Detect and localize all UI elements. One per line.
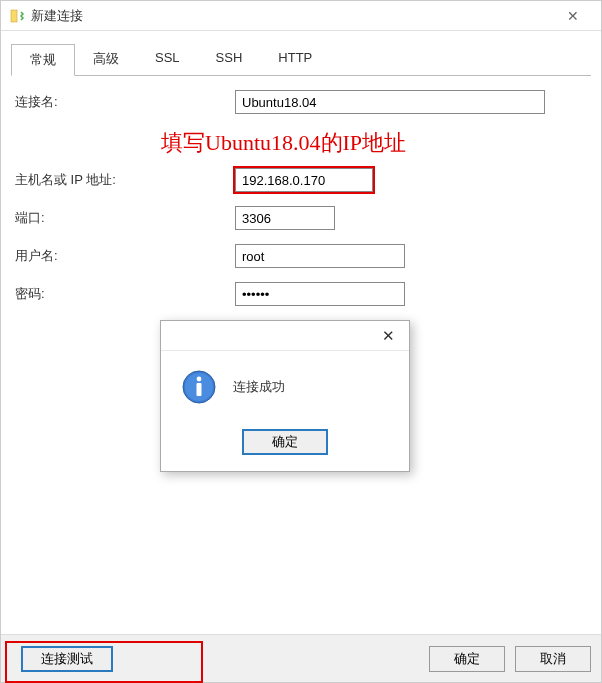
row-username: 用户名: xyxy=(11,244,591,268)
test-connection-button[interactable]: 连接测试 xyxy=(21,646,113,672)
window-title: 新建连接 xyxy=(31,7,553,25)
password-label: 密码: xyxy=(15,285,235,303)
username-label: 用户名: xyxy=(15,247,235,265)
dialog-footer: 确定 xyxy=(161,423,409,471)
dialog-message: 连接成功 xyxy=(233,378,285,396)
host-label: 主机名或 IP 地址: xyxy=(15,171,235,189)
cancel-button[interactable]: 取消 xyxy=(515,646,591,672)
svg-rect-0 xyxy=(11,10,17,22)
port-label: 端口: xyxy=(15,209,235,227)
host-input[interactable] xyxy=(235,168,373,192)
connection-name-label: 连接名: xyxy=(15,93,235,111)
row-host: 主机名或 IP 地址: xyxy=(11,168,591,192)
close-icon[interactable]: ✕ xyxy=(553,2,593,30)
success-dialog: ✕ 连接成功 确定 xyxy=(160,320,410,472)
titlebar: 新建连接 ✕ xyxy=(1,1,601,31)
tab-ssl[interactable]: SSL xyxy=(137,44,198,76)
dialog-body: 连接成功 xyxy=(161,351,409,423)
row-password: 密码: xyxy=(11,282,591,306)
tab-general[interactable]: 常规 xyxy=(11,44,75,76)
svg-rect-4 xyxy=(197,383,202,396)
dialog-close-icon[interactable]: ✕ xyxy=(373,323,403,349)
dialog-ok-button[interactable]: 确定 xyxy=(242,429,328,455)
tab-advanced[interactable]: 高级 xyxy=(75,44,137,76)
tabs-bar: 常规 高级 SSL SSH HTTP xyxy=(11,43,591,76)
annotation-text: 填写Ubuntu18.04的IP地址 xyxy=(161,128,591,158)
tab-ssh[interactable]: SSH xyxy=(198,44,261,76)
ok-button[interactable]: 确定 xyxy=(429,646,505,672)
svg-point-3 xyxy=(197,377,202,382)
tab-http[interactable]: HTTP xyxy=(260,44,330,76)
dialog-titlebar: ✕ xyxy=(161,321,409,351)
connection-name-input[interactable] xyxy=(235,90,545,114)
footer-bar: 连接测试 确定 取消 xyxy=(1,634,601,682)
row-port: 端口: xyxy=(11,206,591,230)
info-icon xyxy=(181,369,217,405)
database-icon xyxy=(9,8,25,24)
row-connection-name: 连接名: xyxy=(11,90,591,114)
password-input[interactable] xyxy=(235,282,405,306)
username-input[interactable] xyxy=(235,244,405,268)
port-input[interactable] xyxy=(235,206,335,230)
